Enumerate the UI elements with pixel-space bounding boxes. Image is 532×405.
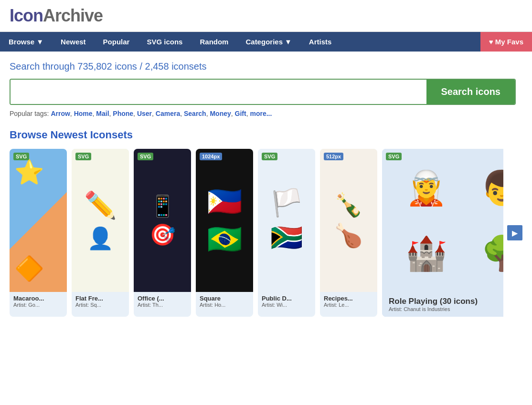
card-image-role-playing: 🧝 👦 🗺️ 🏰 🌳 🐉 <box>382 149 503 292</box>
main-content: Search through 735,802 icons / 2,458 ico… <box>0 52 532 326</box>
iconsets-carousel: SVG ⭐ 🔶 Macaroo... Artist: Go... SVG ✏️ <box>10 149 503 317</box>
iconset-card-recipes[interactable]: 512px 🍾 🍗 Recipes... Artist: Le... <box>320 149 377 317</box>
tag-phone[interactable]: Phone <box>113 110 133 117</box>
nav-item-popular[interactable]: Popular <box>95 32 138 52</box>
iconset-card-office[interactable]: SVG 📱 🎯 Office (... Artist: Th... <box>134 149 191 317</box>
card-artist-square: Artist: Ho... <box>200 302 249 308</box>
nav-item-newest[interactable]: Newest <box>52 32 95 52</box>
tag-camera[interactable]: Camera <box>156 110 180 117</box>
card-info-recipes: Recipes... Artist: Le... <box>320 292 377 311</box>
tag-arrow[interactable]: Arrow <box>51 110 70 117</box>
search-button[interactable]: Search icons <box>426 80 515 104</box>
tag-gift[interactable]: Gift <box>235 110 246 117</box>
iconsets-wrapper: SVG ⭐ 🔶 Macaroo... Artist: Go... SVG ✏️ <box>10 149 522 317</box>
iconset-card-role-playing[interactable]: SVG 🧝 👦 🗺️ 🏰 🌳 🐉 Role Playing (30 icons)… <box>382 149 503 317</box>
card-artist-macaroon: Artist: Go... <box>13 302 63 308</box>
card-image-macaroon: ⭐ 🔶 <box>10 149 67 292</box>
rp-icon-tree: 🌳 <box>465 234 503 273</box>
nav-item-svg-icons[interactable]: SVG icons <box>138 32 191 52</box>
badge-office: SVG <box>138 153 153 160</box>
card-info-flat-free: Flat Fre... Artist: Sq... <box>72 292 129 311</box>
badge-role-playing: SVG <box>386 153 402 160</box>
popular-tags-prefix: Popular tags: <box>10 110 49 117</box>
badge-recipes: 512px <box>324 153 343 160</box>
tag-money[interactable]: Money <box>210 110 231 117</box>
search-tagline: Search through 735,802 icons / 2,458 ico… <box>10 61 522 72</box>
nav-item-browse[interactable]: Browse ▼ <box>0 32 52 52</box>
logo-bar: IconArchive <box>0 0 532 32</box>
logo-archive-part: Archive <box>43 6 103 25</box>
search-bar: Search icons <box>10 79 516 105</box>
card-artist-role-playing: Artist: Chanut is Industries <box>389 306 478 312</box>
card-title-public-d: Public D... <box>262 295 311 302</box>
card-title-role-playing: Role Playing (30 icons) <box>389 297 478 306</box>
tag-mail[interactable]: Mail <box>96 110 109 117</box>
rp-left-info: Role Playing (30 icons) Artist: Chanut i… <box>389 297 478 312</box>
card-image-recipes: 🍾 🍗 <box>320 149 377 292</box>
card-title-recipes: Recipes... <box>324 295 373 302</box>
browse-section: Browse Newest Iconsets SVG ⭐ 🔶 Macaroo..… <box>10 129 522 317</box>
card-title-square: Square <box>200 295 249 302</box>
card-image-public-d: 🏳️ 🇿🇦 <box>258 149 315 292</box>
card-info-square: Square Artist: Ho... <box>196 292 253 311</box>
card-artist-public-d: Artist: Wi... <box>262 302 311 308</box>
card-info-office: Office (... Artist: Th... <box>134 292 191 311</box>
iconset-card-public-d[interactable]: SVG 🏳️ 🇿🇦 Public D... Artist: Wi... <box>258 149 315 317</box>
browse-title: Browse Newest Iconsets <box>10 129 522 141</box>
popular-tags: Popular tags: Arrow, Home, Mail, Phone, … <box>10 110 522 117</box>
logo-icon-part: Icon <box>10 6 43 25</box>
badge-flat-free: SVG <box>75 153 91 160</box>
tag-more[interactable]: more... <box>250 110 272 117</box>
tag-search[interactable]: Search <box>184 110 206 117</box>
badge-square: 1024px <box>200 153 222 160</box>
site-logo[interactable]: IconArchive <box>10 6 522 26</box>
card-image-office: 📱 🎯 <box>134 149 191 292</box>
card-artist-office: Artist: Th... <box>138 302 187 308</box>
tag-home[interactable]: Home <box>74 110 93 117</box>
badge-public-d: SVG <box>262 153 277 160</box>
card-title-macaroon: Macaroo... <box>13 295 63 302</box>
nav-item-my-favs[interactable]: ♥ My Favs <box>480 32 532 52</box>
main-nav: Browse ▼ Newest Popular SVG icons Random… <box>0 32 532 52</box>
nav-item-random[interactable]: Random <box>191 32 237 52</box>
card-image-square: 🇵🇭 🇧🇷 <box>196 149 253 292</box>
iconset-card-square[interactable]: 1024px 🇵🇭 🇧🇷 Square Artist: Ho... <box>196 149 253 317</box>
search-input[interactable] <box>11 80 426 104</box>
browse-arrow-icon: ▼ <box>36 38 43 46</box>
card-artist-recipes: Artist: Le... <box>324 302 373 308</box>
carousel-next-button[interactable]: ▶ <box>507 225 522 240</box>
tag-user[interactable]: User <box>137 110 152 117</box>
rp-icon-boy: 👦 <box>465 168 503 208</box>
card-info-role-playing: Role Playing (30 icons) Artist: Chanut i… <box>382 292 503 317</box>
card-info-macaroon: Macaroo... Artist: Go... <box>10 292 67 311</box>
nav-item-categories[interactable]: Categories ▼ <box>237 32 300 52</box>
card-title-office: Office (... <box>138 295 187 302</box>
card-info-public-d: Public D... Artist: Wi... <box>258 292 315 311</box>
rp-icon-elf: 🧝 <box>390 168 462 208</box>
card-artist-flat-free: Artist: Sq... <box>75 302 125 308</box>
badge-macaroon: SVG <box>13 153 29 160</box>
iconset-card-macaroon[interactable]: SVG ⭐ 🔶 Macaroo... Artist: Go... <box>10 149 67 317</box>
nav-item-artists[interactable]: Artists <box>300 32 340 52</box>
categories-arrow-icon: ▼ <box>285 38 292 46</box>
card-image-flat-free: ✏️ 👤 <box>72 149 129 292</box>
rp-icon-castle: 🏰 <box>390 234 462 273</box>
card-title-flat-free: Flat Fre... <box>75 295 125 302</box>
iconset-card-flat-free[interactable]: SVG ✏️ 👤 Flat Fre... Artist: Sq... <box>72 149 129 317</box>
